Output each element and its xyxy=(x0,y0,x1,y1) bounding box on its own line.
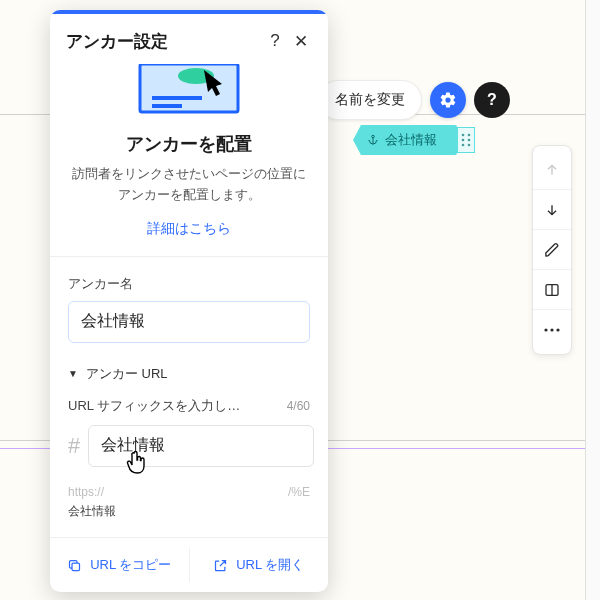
url-preview: https:// /%E 会社情報 xyxy=(68,485,310,520)
more-button[interactable] xyxy=(533,310,571,350)
arrow-up-icon xyxy=(544,162,560,178)
layout-button[interactable] xyxy=(533,270,571,310)
panel-help-button[interactable]: ? xyxy=(262,28,288,54)
panel-body: アンカーを配置 訪問者をリンクさせたいページの位置にアンカーを配置します。 詳細… xyxy=(50,64,328,520)
panel-illustration xyxy=(68,64,310,118)
side-toolbar xyxy=(532,145,572,355)
char-count: 4/60 xyxy=(287,399,310,413)
svg-point-0 xyxy=(372,135,375,138)
hash-symbol: # xyxy=(68,433,80,459)
anchor-chip-label: 会社情報 xyxy=(385,131,437,149)
gear-icon xyxy=(439,91,457,109)
open-url-label: URL を開く xyxy=(236,556,304,574)
move-down-button[interactable] xyxy=(533,190,571,230)
anchor-settings-panel: アンカー設定 ? ✕ アンカーを配置 訪問者をリンクさせたいページの位置にアンカ… xyxy=(50,10,328,592)
open-url-button[interactable]: URL を開く xyxy=(189,548,329,582)
open-external-icon xyxy=(213,558,228,573)
drag-handle-icon xyxy=(461,133,471,147)
url-suffix-row: URL サフィックスを入力し… 4/60 xyxy=(68,397,310,415)
more-icon xyxy=(544,328,560,332)
divider xyxy=(50,256,328,257)
url-preview-proto: https:// xyxy=(68,485,104,499)
anchor-chip-body: 会社情報 xyxy=(353,125,457,155)
svg-point-9 xyxy=(550,328,553,331)
url-suffix-wrap: # xyxy=(68,425,310,467)
right-rail xyxy=(585,0,600,600)
url-preview-fragment: 会社情報 xyxy=(68,503,310,520)
svg-point-10 xyxy=(556,328,559,331)
svg-point-4 xyxy=(468,139,471,142)
anchor-illustration xyxy=(134,64,244,118)
panel-title: アンカー設定 xyxy=(66,30,262,53)
pencil-icon xyxy=(544,242,560,258)
anchor-url-section-toggle[interactable]: ▼ アンカー URL xyxy=(68,365,310,383)
anchor-icon xyxy=(367,134,379,146)
copy-url-button[interactable]: URL をコピー xyxy=(50,548,189,582)
placing-title: アンカーを配置 xyxy=(68,132,310,156)
settings-button[interactable] xyxy=(430,82,466,118)
panel-header: アンカー設定 ? ✕ xyxy=(50,14,328,64)
copy-url-label: URL をコピー xyxy=(90,556,171,574)
placing-description: 訪問者をリンクさせたいページの位置にアンカーを配置します。 xyxy=(68,164,310,206)
panel-footer: URL をコピー URL を開く xyxy=(50,537,328,592)
anchor-name-label: アンカー名 xyxy=(68,275,310,293)
element-top-controls: 名前を変更 ? xyxy=(318,80,510,120)
svg-point-5 xyxy=(462,144,465,147)
learn-more-link[interactable]: 詳細はこちら xyxy=(68,220,310,238)
svg-point-6 xyxy=(468,144,471,147)
svg-point-8 xyxy=(544,328,547,331)
edit-button[interactable] xyxy=(533,230,571,270)
url-preview-path: /%E xyxy=(288,485,310,499)
panel-close-button[interactable]: ✕ xyxy=(288,28,314,54)
svg-point-3 xyxy=(462,139,465,142)
arrow-down-icon xyxy=(544,202,560,218)
url-suffix-input[interactable] xyxy=(88,425,314,467)
rename-button[interactable]: 名前を変更 xyxy=(318,80,422,120)
anchor-canvas-tag[interactable]: 会社情報 xyxy=(353,125,475,155)
caret-down-icon: ▼ xyxy=(68,368,78,379)
svg-rect-12 xyxy=(152,96,202,100)
svg-rect-15 xyxy=(72,563,80,571)
context-help-button[interactable]: ? xyxy=(474,82,510,118)
svg-point-1 xyxy=(462,134,465,137)
svg-rect-13 xyxy=(152,104,182,108)
layout-icon xyxy=(544,282,560,298)
anchor-url-section-label: アンカー URL xyxy=(86,365,168,383)
svg-point-2 xyxy=(468,134,471,137)
anchor-name-input[interactable] xyxy=(68,301,310,343)
pointer-cursor-icon xyxy=(126,451,148,475)
move-up-button[interactable] xyxy=(533,150,571,190)
drag-handle[interactable] xyxy=(457,127,475,153)
url-suffix-label: URL サフィックスを入力し… xyxy=(68,397,240,415)
question-icon: ? xyxy=(487,91,497,109)
copy-icon xyxy=(67,558,82,573)
